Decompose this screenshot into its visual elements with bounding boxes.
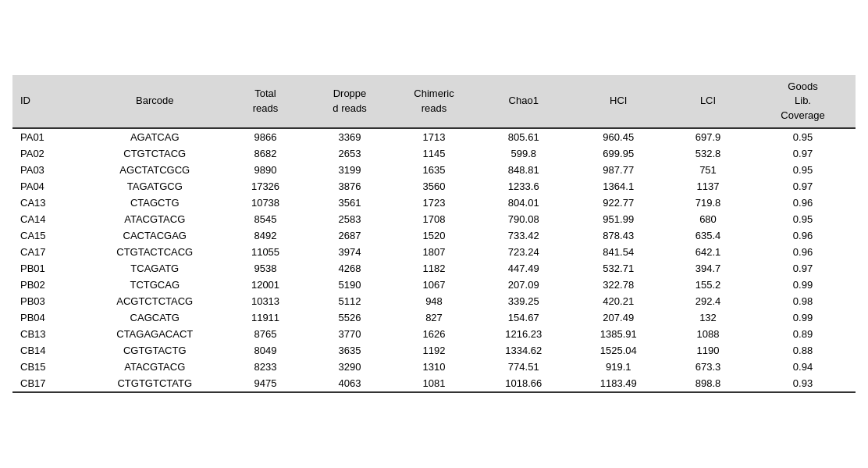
cell-hci: 420.21 — [571, 293, 667, 309]
cell-chimeric: 827 — [392, 309, 476, 326]
cell-dropped: 3635 — [308, 342, 392, 359]
cell-id: CA14 — [12, 211, 87, 227]
table-row: CB17CTGTGTCTATG9475406310811018.661183.4… — [12, 375, 856, 392]
cell-barcode: CGTGTACTG — [87, 342, 224, 359]
main-container: ID Barcode Total reads Droppe d reads Ch… — [12, 75, 856, 393]
table-row: PB03ACGTCTCTACG103135112948339.25420.212… — [12, 293, 856, 309]
cell-barcode: TCAGATG — [87, 260, 224, 277]
cell-chao1: 790.08 — [476, 211, 571, 227]
cell-dropped: 2653 — [308, 145, 392, 162]
cell-dropped: 3876 — [308, 178, 392, 195]
col-header-lci: LCI — [666, 75, 750, 128]
table-row: PB04CAGCATG119115526827154.67207.491320.… — [12, 309, 856, 326]
cell-id: PB01 — [12, 260, 87, 277]
cell-total: 10313 — [223, 293, 308, 309]
cell-dropped: 3770 — [308, 326, 392, 342]
cell-barcode: CTAGCTG — [87, 195, 224, 211]
cell-barcode: ATACGTACG — [87, 359, 224, 375]
cell-barcode: AGCTATCGCG — [87, 162, 224, 178]
cell-lci: 898.8 — [666, 375, 750, 392]
cell-lci: 292.4 — [666, 293, 750, 309]
cell-hci: 878.43 — [571, 227, 667, 244]
cell-chimeric: 1635 — [392, 162, 476, 178]
cell-chao1: 805.61 — [476, 128, 571, 145]
cell-total: 8492 — [223, 227, 308, 244]
cell-dropped: 3369 — [308, 128, 392, 145]
cell-chao1: 1233.6 — [476, 178, 571, 195]
cell-hci: 919.1 — [571, 359, 667, 375]
cell-chao1: 1018.66 — [476, 375, 571, 392]
cell-chimeric: 1081 — [392, 375, 476, 392]
table-row: PA01AGATCAG986633691713805.61960.45697.9… — [12, 128, 856, 145]
cell-goods: 0.94 — [750, 359, 856, 375]
cell-chimeric: 1182 — [392, 260, 476, 277]
cell-barcode: CAGCATG — [87, 309, 224, 326]
col-header-total-reads: Total reads — [223, 75, 308, 128]
cell-total: 8545 — [223, 211, 308, 227]
table-row: PA03AGCTATCGCG989031991635848.81987.7775… — [12, 162, 856, 178]
cell-total: 8682 — [223, 145, 308, 162]
cell-hci: 1364.1 — [571, 178, 667, 195]
cell-total: 9890 — [223, 162, 308, 178]
table-row: CB15ATACGTACG823332901310774.51919.1673.… — [12, 359, 856, 375]
cell-id: CA13 — [12, 195, 87, 211]
cell-goods: 0.99 — [750, 277, 856, 293]
cell-dropped: 4063 — [308, 375, 392, 392]
cell-id: CA15 — [12, 227, 87, 244]
cell-goods: 0.96 — [750, 244, 856, 260]
cell-hci: 841.54 — [571, 244, 667, 260]
cell-hci: 207.49 — [571, 309, 667, 326]
cell-id: PB02 — [12, 277, 87, 293]
table-row: PB02TCTGCAG1200151901067207.09322.78155.… — [12, 277, 856, 293]
cell-id: PB04 — [12, 309, 87, 326]
cell-goods: 0.97 — [750, 260, 856, 277]
cell-chao1: 207.09 — [476, 277, 571, 293]
table-row: PA02CTGTCTACG868226531145599.8699.95532.… — [12, 145, 856, 162]
cell-lci: 132 — [666, 309, 750, 326]
table-row: PB01TCAGATG953842681182447.49532.71394.7… — [12, 260, 856, 277]
cell-dropped: 3290 — [308, 359, 392, 375]
cell-goods: 0.97 — [750, 145, 856, 162]
cell-id: CA17 — [12, 244, 87, 260]
cell-chao1: 447.49 — [476, 260, 571, 277]
cell-goods: 0.97 — [750, 178, 856, 195]
cell-chimeric: 1723 — [392, 195, 476, 211]
cell-chao1: 1334.62 — [476, 342, 571, 359]
cell-id: CB14 — [12, 342, 87, 359]
table-row: CB14CGTGTACTG8049363511921334.621525.041… — [12, 342, 856, 359]
cell-chimeric: 1807 — [392, 244, 476, 260]
cell-goods: 0.88 — [750, 342, 856, 359]
cell-chimeric: 1067 — [392, 277, 476, 293]
cell-hci: 951.99 — [571, 211, 667, 227]
table-row: CA15CACTACGAG849226871520733.42878.43635… — [12, 227, 856, 244]
cell-dropped: 3199 — [308, 162, 392, 178]
cell-goods: 0.99 — [750, 309, 856, 326]
cell-chimeric: 1192 — [392, 342, 476, 359]
table-row: CA14ATACGTACG854525831708790.08951.99680… — [12, 211, 856, 227]
cell-goods: 0.93 — [750, 375, 856, 392]
cell-barcode: AGATCAG — [87, 128, 224, 145]
cell-lci: 719.8 — [666, 195, 750, 211]
cell-id: CB17 — [12, 375, 87, 392]
cell-barcode: TAGATGCG — [87, 178, 224, 195]
cell-chimeric: 1708 — [392, 211, 476, 227]
cell-hci: 532.71 — [571, 260, 667, 277]
cell-lci: 680 — [666, 211, 750, 227]
cell-chao1: 804.01 — [476, 195, 571, 211]
cell-id: PA02 — [12, 145, 87, 162]
cell-hci: 922.77 — [571, 195, 667, 211]
cell-total: 11911 — [223, 309, 308, 326]
col-header-chao1: Chao1 — [476, 75, 571, 128]
cell-goods: 0.95 — [750, 211, 856, 227]
cell-lci: 1137 — [666, 178, 750, 195]
cell-hci: 960.45 — [571, 128, 667, 145]
cell-chao1: 774.51 — [476, 359, 571, 375]
cell-hci: 1385.91 — [571, 326, 667, 342]
cell-lci: 1088 — [666, 326, 750, 342]
cell-lci: 532.8 — [666, 145, 750, 162]
cell-hci: 322.78 — [571, 277, 667, 293]
cell-id: PA04 — [12, 178, 87, 195]
cell-chao1: 723.24 — [476, 244, 571, 260]
cell-lci: 155.2 — [666, 277, 750, 293]
cell-total: 8765 — [223, 326, 308, 342]
